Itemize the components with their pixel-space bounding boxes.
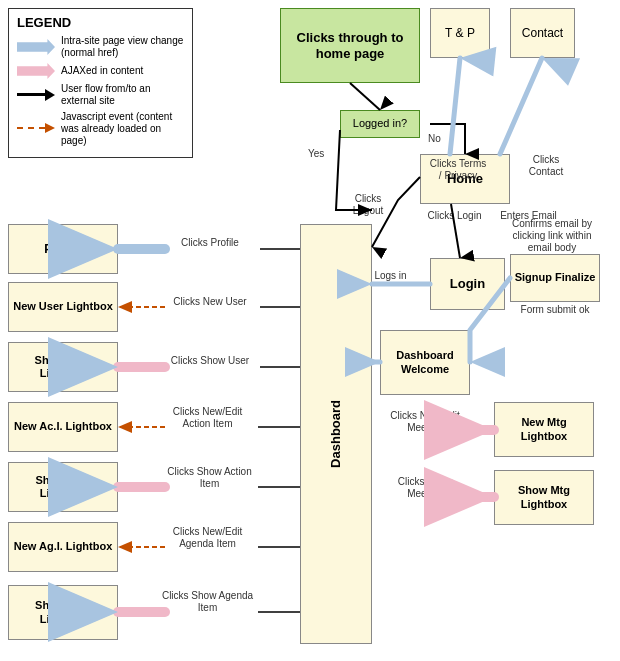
- yes-label: Yes: [308, 148, 324, 160]
- legend-title: LEGEND: [17, 15, 184, 30]
- clicks-show-user-label: Clicks Show User: [165, 355, 255, 367]
- clicks-show-action-label: Clicks Show Action Item: [162, 466, 257, 490]
- show-user-lightbox-node: Show User Lightbox: [8, 342, 118, 392]
- legend-item-dashed: Javascript event (content was already lo…: [17, 111, 184, 147]
- signup-finalize-node: Signup Finalize: [510, 254, 600, 302]
- clicks-home-node: Clicks through to home page: [280, 8, 420, 83]
- tp-node: T & P: [430, 8, 490, 58]
- clicks-show-meeting-label: Clicks Show Meeting: [380, 476, 470, 500]
- black-arrow-icon: [17, 88, 55, 102]
- new-aci-lightbox-node: New Ac.I. Lightbox: [8, 402, 118, 452]
- new-agi-lightbox-node: New Ag.I. Lightbox: [8, 522, 118, 572]
- clicks-logout-label: Clicks Logout: [338, 193, 398, 217]
- clicks-new-meeting-label: Clicks New/Edit Meeting: [380, 410, 470, 434]
- form-submit-label: Form submit ok: [510, 304, 600, 316]
- show-mtg-lightbox-node: Show Mtg Lightbox: [494, 470, 594, 525]
- logs-in-label: Logs in: [368, 270, 413, 282]
- login-node: Login: [430, 258, 505, 310]
- new-mtg-lightbox-node: New Mtg Lightbox: [494, 402, 594, 457]
- no-label: No: [428, 133, 441, 145]
- logged-in-node: Logged in?: [340, 110, 420, 138]
- svg-line-0: [350, 83, 380, 110]
- clicks-contact-label: Clicks Contact: [516, 154, 576, 178]
- pink-arrow-icon: [17, 63, 55, 79]
- svg-line-1: [450, 58, 460, 154]
- clicks-terms-label: Clicks Terms / Privacy: [428, 158, 488, 182]
- clicks-login-label: Clicks Login: [427, 210, 482, 222]
- show-aci-lightbox-node: Show Ac.I. Lightbox: [8, 462, 118, 512]
- confirms-email-label: Confirms email by clicking link within e…: [502, 218, 602, 254]
- dashboard-welcome-node: Dashboard Welcome: [380, 330, 470, 395]
- clicks-new-edit-action-label: Clicks New/Edit Action Item: [160, 406, 255, 430]
- dashboard-node: Dashboard: [300, 224, 372, 644]
- legend-label-dashed: Javascript event (content was already lo…: [61, 111, 184, 147]
- new-user-lightbox-node: New User Lightbox: [8, 282, 118, 332]
- legend-item-black: User flow from/to an external site: [17, 83, 184, 107]
- legend-label-blue: Intra-site page view change (normal href…: [61, 35, 184, 59]
- clicks-new-edit-agenda-label: Clicks New/Edit Agenda Item: [160, 526, 255, 550]
- legend-item-pink: AJAXed in content: [17, 63, 184, 79]
- svg-line-2: [500, 58, 542, 154]
- legend-label-black: User flow from/to an external site: [61, 83, 184, 107]
- dashed-arrow-icon: [17, 122, 55, 136]
- clicks-new-user-label: Clicks New User: [165, 296, 255, 308]
- profile-node: Profile: [8, 224, 118, 274]
- blue-arrow-icon: [17, 39, 55, 55]
- legend-box: LEGEND Intra-site page view change (norm…: [8, 8, 193, 158]
- legend-label-pink: AJAXed in content: [61, 65, 143, 77]
- show-agi-lightbox-node: Show Ag.I. Lightbox: [8, 585, 118, 640]
- contact-node: Contact: [510, 8, 575, 58]
- diagram: LEGEND Intra-site page view change (norm…: [0, 0, 620, 661]
- clicks-show-agenda-label: Clicks Show Agenda Item: [160, 590, 255, 614]
- legend-item-blue: Intra-site page view change (normal href…: [17, 35, 184, 59]
- clicks-profile-label: Clicks Profile: [165, 237, 255, 249]
